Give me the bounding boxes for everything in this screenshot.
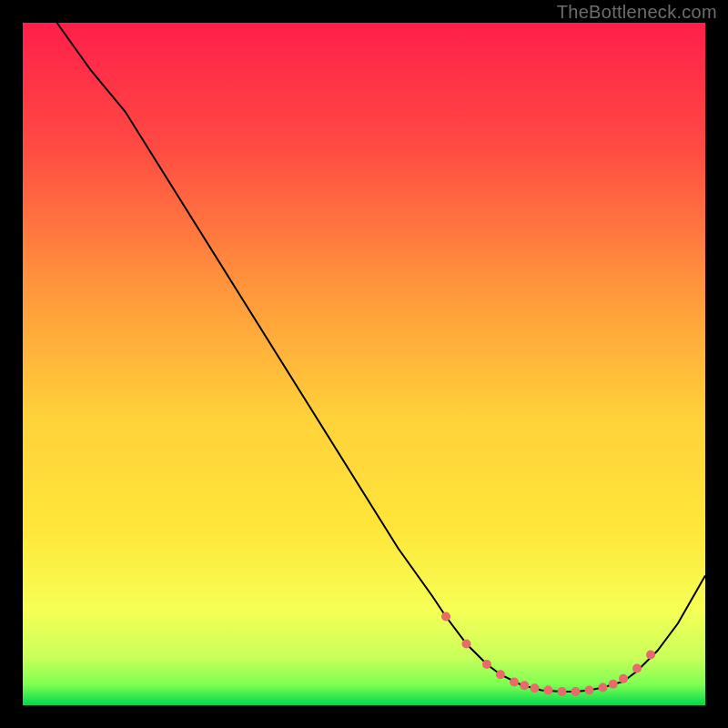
curve-marker — [585, 686, 594, 695]
curve-marker — [558, 687, 567, 696]
curve-marker — [632, 664, 642, 673]
curve-marker — [531, 683, 540, 693]
curve-marker — [520, 681, 529, 690]
curve-marker — [496, 670, 505, 679]
curve-marker — [599, 683, 608, 693]
curve-marker — [646, 651, 655, 660]
chart-stage: TheBottleneck.com — [0, 0, 728, 728]
curve-marker — [544, 686, 553, 695]
curve-marker — [619, 674, 628, 683]
bottleneck-chart — [23, 23, 705, 705]
curve-marker — [510, 678, 519, 687]
curve-marker — [571, 687, 581, 696]
gradient-panel — [23, 23, 705, 705]
curve-marker — [609, 680, 618, 689]
curve-marker — [462, 640, 471, 649]
watermark-text: TheBottleneck.com — [557, 2, 717, 23]
curve-marker — [482, 660, 491, 669]
curve-marker — [441, 612, 450, 622]
